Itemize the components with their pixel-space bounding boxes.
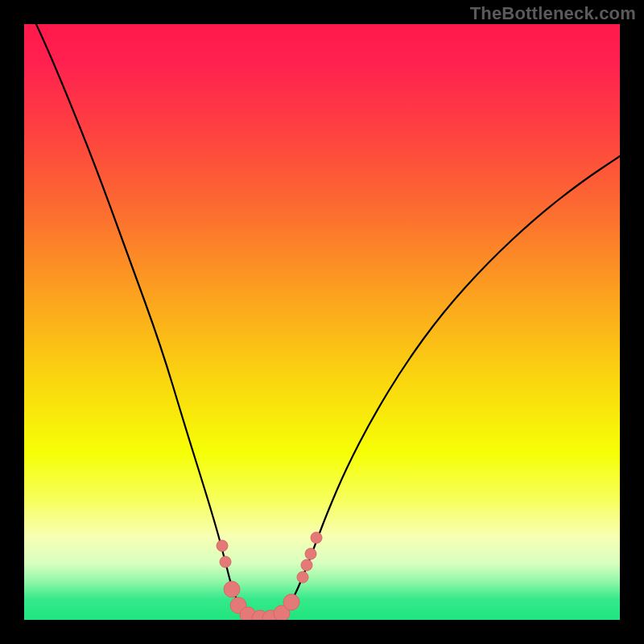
curve-marker: [283, 594, 299, 610]
curve-marker: [224, 581, 240, 597]
chart-frame: TheBottleneck.com: [0, 0, 644, 644]
curve-marker: [220, 556, 231, 568]
curve-marker: [297, 572, 308, 583]
watermark-text: TheBottleneck.com: [470, 3, 636, 24]
curve-marker: [301, 559, 312, 571]
curve-marker: [311, 532, 322, 543]
curve-marker: [305, 548, 316, 559]
curve-marker: [217, 540, 228, 551]
plot-background: [24, 24, 620, 620]
bottleneck-plot: [24, 24, 620, 620]
